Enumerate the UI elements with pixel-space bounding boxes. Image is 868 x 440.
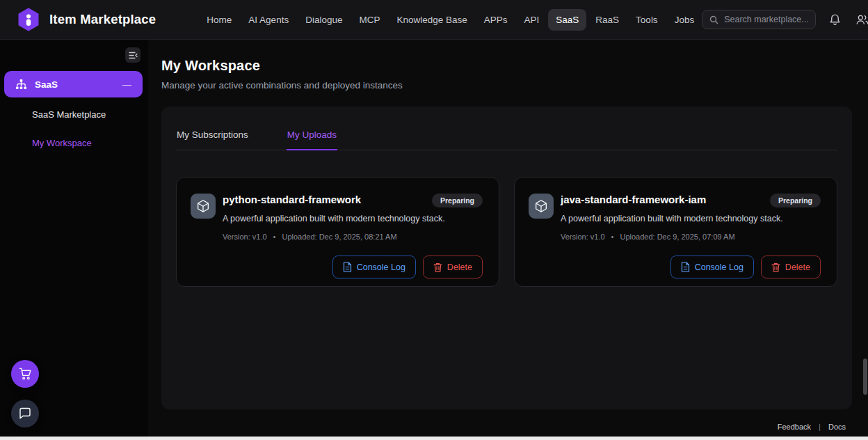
- main-content: My Workspace Manage your active combinat…: [148, 40, 868, 437]
- card-meta: Version: v1.0 • Uploaded: Dec 9, 2025, 0…: [223, 233, 483, 241]
- workspace-panel: My Subscriptions My Uploads: [161, 107, 852, 409]
- package-icon: [529, 194, 554, 219]
- footer-separator: |: [819, 423, 821, 431]
- sidebar-item-saas-marketplace[interactable]: SaaS Marketplace: [32, 109, 106, 120]
- nav-item-jobs[interactable]: Jobs: [667, 9, 702, 31]
- brand-name: Item Marketplace: [49, 12, 156, 27]
- app-window: Item Marketplace Home AI Agents Dialogue…: [0, 0, 868, 440]
- nav-item-home[interactable]: Home: [199, 9, 239, 31]
- console-log-button[interactable]: Console Log: [332, 256, 416, 278]
- sidebar-group-label: SaaS: [35, 79, 58, 90]
- nav-item-raas[interactable]: RaaS: [588, 9, 627, 31]
- status-badge: Preparing: [770, 194, 821, 207]
- upload-card-list: python-standard-framework Preparing A po…: [176, 177, 837, 287]
- nav-item-tools[interactable]: Tools: [628, 9, 666, 31]
- package-icon: [191, 194, 216, 219]
- users-icon: [855, 13, 868, 26]
- nav-item-ai-agents[interactable]: AI Agents: [241, 9, 296, 31]
- card-actions: Console Log Delete: [529, 256, 821, 278]
- feedback-link[interactable]: Feedback: [778, 423, 811, 431]
- card-title: python-standard-framework: [223, 194, 361, 205]
- notifications-button[interactable]: [827, 12, 843, 28]
- document-icon: [343, 262, 352, 272]
- footer: Feedback | Docs: [778, 423, 846, 431]
- console-log-button[interactable]: Console Log: [670, 256, 754, 278]
- chat-button[interactable]: [11, 400, 39, 427]
- card-uploaded: Uploaded: Dec 9, 2025, 07:09 AM: [620, 233, 734, 241]
- card-description: A powerful application built with modern…: [561, 214, 821, 223]
- search-input[interactable]: [724, 15, 808, 24]
- card-version: Version: v1.0: [561, 233, 605, 241]
- collapse-sidebar-icon: [129, 52, 138, 59]
- delete-button[interactable]: Delete: [423, 256, 483, 278]
- nav-item-dialogue[interactable]: Dialogue: [298, 9, 350, 31]
- nav-item-saas[interactable]: SaaS: [548, 9, 586, 31]
- users-button[interactable]: [854, 12, 868, 27]
- scrollbar-thumb[interactable]: [863, 359, 867, 395]
- search-icon: [709, 15, 718, 24]
- top-bar: Item Marketplace Home AI Agents Dialogue…: [0, 0, 868, 40]
- nav-item-mcp[interactable]: MCP: [351, 9, 387, 31]
- bottom-strip: [0, 437, 868, 440]
- meta-separator: •: [273, 233, 276, 241]
- page-title: My Workspace: [161, 58, 852, 74]
- topbar-actions: C: [702, 10, 868, 29]
- sitemap-icon: [15, 79, 27, 91]
- card-description: A powerful application built with modern…: [223, 214, 483, 223]
- status-badge: Preparing: [432, 194, 483, 207]
- card-title: java-standard-framework-iam: [561, 194, 706, 205]
- upload-card-python-standard-framework: python-standard-framework Preparing A po…: [176, 177, 499, 287]
- console-log-label: Console Log: [695, 262, 744, 272]
- tab-my-uploads[interactable]: My Uploads: [287, 129, 337, 150]
- brand: Item Marketplace: [17, 8, 156, 31]
- page-subtitle: Manage your active combinations and depl…: [161, 80, 852, 91]
- collapse-indicator: —: [122, 79, 131, 90]
- tab-my-subscriptions[interactable]: My Subscriptions: [176, 129, 249, 150]
- cart-icon: [19, 368, 32, 380]
- docs-link[interactable]: Docs: [828, 423, 846, 431]
- console-log-label: Console Log: [357, 262, 405, 272]
- card-actions: Console Log Delete: [191, 256, 483, 278]
- sidebar-item-my-workspace[interactable]: My Workspace: [32, 138, 92, 148]
- card-meta: Version: v1.0 • Uploaded: Dec 9, 2025, 0…: [561, 233, 821, 241]
- brand-logo-icon[interactable]: [17, 8, 40, 31]
- search-box[interactable]: [702, 10, 816, 29]
- main-nav: Home AI Agents Dialogue MCP Knowledge Ba…: [199, 9, 702, 31]
- card-uploaded: Uploaded: Dec 9, 2025, 08:21 AM: [282, 233, 396, 241]
- card-version: Version: v1.0: [223, 233, 267, 241]
- nav-item-api[interactable]: API: [517, 9, 547, 31]
- upload-card-java-standard-framework-iam: java-standard-framework-iam Preparing A …: [514, 177, 837, 287]
- delete-label: Delete: [447, 262, 472, 272]
- sidebar-item-saas[interactable]: SaaS —: [4, 71, 143, 97]
- nav-item-knowledge-base[interactable]: Knowledge Base: [389, 9, 474, 31]
- nav-item-apps[interactable]: APPs: [476, 9, 515, 31]
- sidebar-collapse-button[interactable]: [125, 47, 140, 63]
- trash-icon: [433, 262, 442, 272]
- trash-icon: [771, 262, 780, 272]
- chat-icon: [19, 407, 31, 420]
- bell-icon: [828, 13, 842, 26]
- document-icon: [681, 262, 690, 272]
- meta-separator: •: [611, 233, 614, 241]
- cart-button[interactable]: [11, 360, 39, 388]
- delete-button[interactable]: Delete: [761, 256, 821, 278]
- delete-label: Delete: [785, 262, 810, 272]
- tab-bar: My Subscriptions My Uploads: [176, 107, 837, 150]
